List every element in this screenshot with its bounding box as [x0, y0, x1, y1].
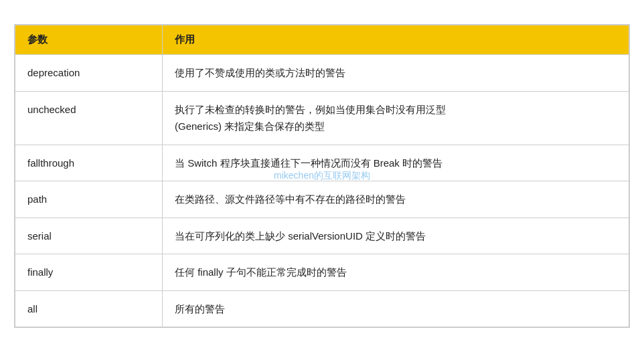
table-row: fallthrough当 Switch 程序块直接通往下一种情况而没有 Brea…	[15, 145, 629, 181]
desc-cell: 当 Switch 程序块直接通往下一种情况而没有 Break 时的警告	[163, 145, 629, 181]
desc-cell: 所有的警告	[163, 290, 629, 327]
table-row: serial当在可序列化的类上缺少 serialVersionUID 定义时的警…	[15, 217, 629, 254]
table-body: deprecation使用了不赞成使用的类或方法时的警告unchecked执行了…	[15, 55, 629, 327]
table-row: deprecation使用了不赞成使用的类或方法时的警告	[15, 55, 629, 92]
table-header-row: 参数 作用	[15, 25, 629, 55]
header-param: 参数	[15, 25, 163, 55]
table-row: all所有的警告	[15, 290, 629, 327]
param-cell: path	[15, 181, 163, 218]
table-row: unchecked执行了未检查的转换时的警告，例如当使用集合时没有用泛型 (Ge…	[15, 91, 629, 145]
desc-cell: 使用了不赞成使用的类或方法时的警告	[163, 55, 629, 92]
table-row: path在类路径、源文件路径等中有不存在的路径时的警告	[15, 181, 629, 218]
param-cell: unchecked	[15, 91, 163, 145]
desc-cell: 当在可序列化的类上缺少 serialVersionUID 定义时的警告	[163, 217, 629, 254]
param-cell: finally	[15, 254, 163, 291]
param-cell: fallthrough	[15, 145, 163, 181]
desc-cell: 执行了未检查的转换时的警告，例如当使用集合时没有用泛型 (Generics) 来…	[163, 91, 629, 145]
table-row: finally任何 finally 子句不能正常完成时的警告	[15, 254, 629, 291]
header-desc: 作用	[163, 25, 629, 55]
param-cell: all	[15, 290, 163, 327]
param-cell: deprecation	[15, 55, 163, 92]
params-table: 参数 作用 deprecation使用了不赞成使用的类或方法时的警告unchec…	[15, 25, 629, 327]
main-table-container: mikechen的互联网架构 参数 作用 deprecation使用了不赞成使用…	[14, 24, 630, 328]
param-cell: serial	[15, 217, 163, 254]
desc-cell: 在类路径、源文件路径等中有不存在的路径时的警告	[163, 181, 629, 218]
desc-cell: 任何 finally 子句不能正常完成时的警告	[163, 254, 629, 291]
